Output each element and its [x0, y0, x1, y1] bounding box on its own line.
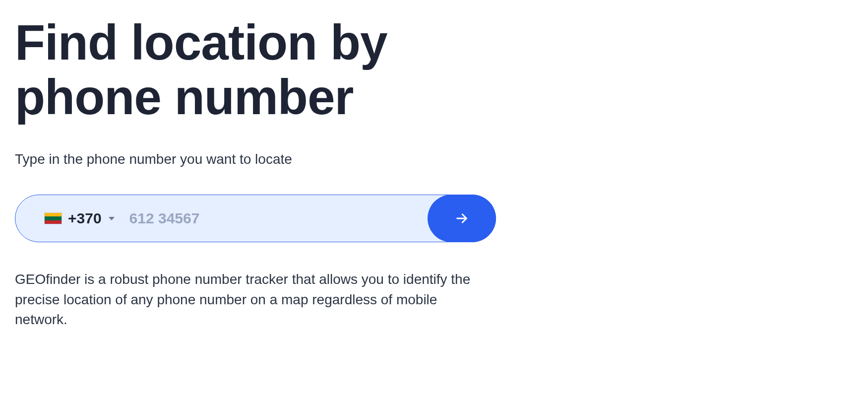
submit-button[interactable] — [428, 195, 496, 242]
country-selector[interactable]: +370 — [15, 210, 122, 227]
page-title: Find location by phone number — [15, 15, 521, 124]
phone-number-input[interactable] — [122, 195, 428, 242]
arrow-right-icon — [455, 211, 469, 225]
flag-lithuania-icon — [44, 212, 62, 224]
page-subtitle: Type in the phone number you want to loc… — [15, 151, 521, 167]
dial-code: +370 — [68, 210, 102, 227]
phone-input-group: +370 — [15, 195, 496, 242]
chevron-down-icon — [109, 217, 115, 220]
hero-section: Find location by phone number Type in th… — [15, 15, 521, 330]
page-description: GEOfinder is a robust phone number track… — [15, 270, 486, 330]
